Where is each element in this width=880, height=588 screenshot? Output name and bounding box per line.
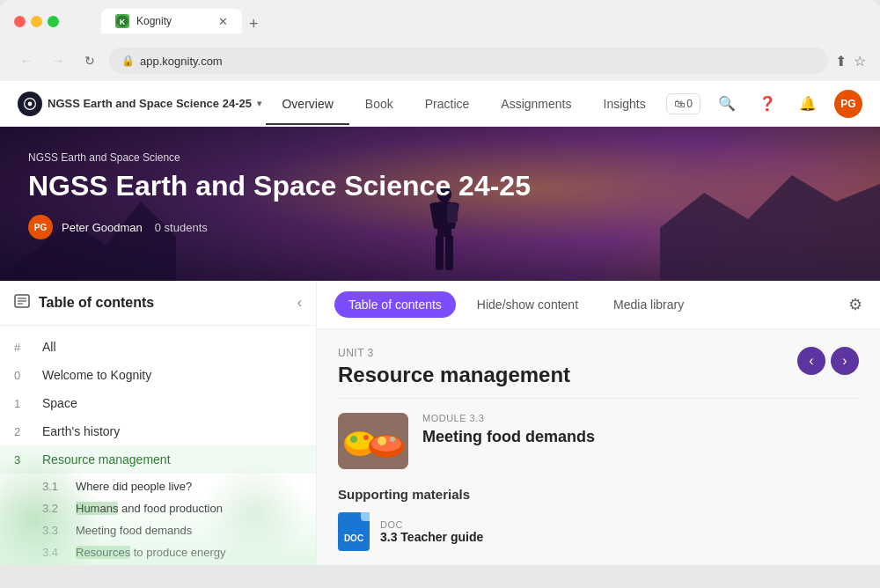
svg-point-23 bbox=[363, 435, 369, 440]
toc-header-left: Table of contents bbox=[14, 293, 154, 312]
module-card: MODULE 3.3 Meeting food demands bbox=[338, 413, 859, 469]
user-avatar[interactable]: PG bbox=[834, 90, 862, 118]
close-window-button[interactable] bbox=[14, 16, 26, 27]
hero-author: PG Peter Goodman 0 students bbox=[28, 215, 852, 239]
toc-collapse-button[interactable]: ‹ bbox=[297, 295, 302, 311]
url-text: app.kognity.com bbox=[140, 55, 223, 68]
cart-count: 0 bbox=[686, 98, 693, 110]
hero-students: 0 students bbox=[155, 221, 208, 234]
toc-sub-item-3-3[interactable]: 3.3 Meeting food demands bbox=[0, 519, 316, 541]
back-button[interactable]: ← bbox=[14, 48, 39, 73]
content-area: Table of contents Hide/show content Medi… bbox=[317, 281, 880, 565]
nav-assignments[interactable]: Assignments bbox=[485, 83, 587, 125]
unit-next-button[interactable]: › bbox=[831, 347, 859, 375]
svg-text:K: K bbox=[120, 18, 126, 26]
toc-items-list: # All 0 Welcome to Kognity 1 Space 2 Ear… bbox=[0, 326, 316, 565]
nav-practice[interactable]: Practice bbox=[409, 83, 486, 125]
module-section: MODULE 3.3 Meeting food demands bbox=[317, 399, 880, 483]
hero-content: NGSS Earth and Space Science NGSS Earth … bbox=[0, 127, 880, 257]
course-dropdown-icon: ▾ bbox=[257, 99, 261, 108]
browser-titlebar: K Kognity ✕ + bbox=[0, 0, 880, 42]
toc-item-all[interactable]: # All bbox=[0, 333, 316, 361]
module-info: MODULE 3.3 Meeting food demands bbox=[422, 413, 859, 447]
toc-item-2[interactable]: 2 Earth's history bbox=[0, 417, 316, 445]
tab-close-button[interactable]: ✕ bbox=[218, 15, 228, 28]
unit-header: UNIT 3 Resource management ‹ › bbox=[338, 347, 859, 387]
content-tabs: Table of contents Hide/show content Medi… bbox=[317, 281, 880, 329]
module-label: MODULE 3.3 bbox=[422, 413, 859, 423]
doc-file-type: DOC bbox=[380, 519, 483, 530]
reload-button[interactable]: ↻ bbox=[77, 48, 102, 73]
settings-button[interactable]: ⚙ bbox=[848, 295, 862, 314]
course-selector[interactable]: NGSS Earth and Space Science 24-25 ▾ bbox=[18, 92, 261, 116]
svg-point-24 bbox=[378, 437, 386, 445]
toc-sub-item-3-1[interactable]: 3.1 Where did people live? bbox=[0, 475, 316, 497]
share-button[interactable]: ⬆ bbox=[835, 53, 847, 70]
doc-item[interactable]: DOC DOC 3.3 Teacher guide bbox=[338, 512, 859, 551]
help-button[interactable]: ❓ bbox=[753, 90, 781, 118]
unit-label: UNIT 3 bbox=[338, 347, 570, 359]
main-nav: Overview Book Practice Assignments Insig… bbox=[266, 83, 661, 125]
forward-button[interactable]: → bbox=[46, 48, 70, 73]
app-navbar: NGSS Earth and Space Science 24-25 ▾ Ove… bbox=[0, 81, 880, 127]
hero-banner: NGSS Earth and Space Science NGSS Earth … bbox=[0, 127, 880, 281]
course-icon bbox=[18, 92, 42, 116]
nav-actions: 🛍 0 🔍 ❓ 🔔 PG bbox=[666, 90, 862, 118]
toc-item-3[interactable]: 3 Resource management bbox=[0, 445, 316, 474]
toc-title: Table of contents bbox=[39, 295, 154, 311]
module-title: Meeting food demands bbox=[422, 427, 859, 447]
lock-icon: 🔒 bbox=[121, 55, 135, 67]
tab-hide-show-content[interactable]: Hide/show content bbox=[463, 291, 592, 318]
doc-name: 3.3 Teacher guide bbox=[380, 530, 483, 544]
cart-button[interactable]: 🛍 0 bbox=[666, 93, 700, 114]
nav-insights[interactable]: Insights bbox=[588, 83, 662, 125]
unit-nav: ‹ › bbox=[797, 347, 859, 375]
main-content: Table of contents ‹ # All 0 Welcome to K… bbox=[0, 281, 880, 565]
module-thumb-svg bbox=[338, 413, 408, 469]
hero-author-avatar: PG bbox=[28, 215, 53, 239]
minimize-window-button[interactable] bbox=[31, 16, 42, 27]
nav-book[interactable]: Book bbox=[349, 83, 409, 125]
window-controls bbox=[14, 16, 59, 27]
tab-table-of-contents[interactable]: Table of contents bbox=[334, 291, 456, 318]
toc-item-0[interactable]: 0 Welcome to Kognity bbox=[0, 361, 316, 389]
hero-subtitle: NGSS Earth and Space Science bbox=[28, 151, 852, 164]
svg-point-3 bbox=[28, 101, 33, 106]
hero-title: NGSS Earth and Space Science 24-25 bbox=[28, 169, 852, 202]
toc-sidebar: Table of contents ‹ # All 0 Welcome to K… bbox=[0, 281, 317, 565]
toc-sub-item-3-2[interactable]: 3.2 Humans and food production bbox=[0, 497, 316, 519]
bookmark-button[interactable]: ☆ bbox=[854, 53, 866, 70]
unit-title: Resource management bbox=[338, 363, 570, 387]
hero-author-name: Peter Goodman bbox=[62, 221, 143, 234]
maximize-window-button[interactable] bbox=[48, 16, 59, 27]
toc-icon bbox=[14, 293, 30, 312]
search-button[interactable]: 🔍 bbox=[713, 90, 741, 118]
tab-media-library[interactable]: Media library bbox=[599, 291, 698, 318]
cart-icon: 🛍 bbox=[674, 98, 685, 110]
browser-tab[interactable]: K Kognity ✕ bbox=[101, 9, 242, 33]
svg-point-25 bbox=[390, 437, 395, 442]
svg-point-21 bbox=[371, 436, 401, 452]
toc-header: Table of contents ‹ bbox=[0, 281, 316, 326]
doc-type-label: DOC bbox=[344, 533, 363, 543]
toc-sub-item-3-4[interactable]: 3.4 Resources to produce energy bbox=[0, 541, 316, 563]
address-bar[interactable]: 🔒 app.kognity.com bbox=[109, 48, 828, 74]
tab-label: Kognity bbox=[136, 15, 172, 27]
course-name: NGSS Earth and Space Science 24-25 bbox=[48, 97, 252, 110]
toc-item-1[interactable]: 1 Space bbox=[0, 389, 316, 417]
new-tab-button[interactable]: + bbox=[249, 15, 259, 33]
module-thumbnail bbox=[338, 413, 408, 469]
unit-prev-button[interactable]: ‹ bbox=[797, 347, 825, 375]
nav-overview[interactable]: Overview bbox=[266, 83, 348, 125]
supporting-section: Supporting materials DOC DOC 3.3 Teacher… bbox=[317, 483, 880, 565]
browser-chrome: K Kognity ✕ + ← → ↻ 🔒 app.kognity.com ⬆ … bbox=[0, 0, 880, 81]
app-window: NGSS Earth and Space Science 24-25 ▾ Ove… bbox=[0, 81, 880, 565]
notifications-button[interactable]: 🔔 bbox=[794, 90, 822, 118]
unit-section: UNIT 3 Resource management ‹ › bbox=[317, 329, 880, 398]
tab-favicon: K bbox=[115, 14, 129, 28]
toc-sub-items: 3.1 Where did people live? 3.2 Humans an… bbox=[0, 474, 316, 565]
doc-info: DOC 3.3 Teacher guide bbox=[380, 519, 483, 544]
browser-addressbar: ← → ↻ 🔒 app.kognity.com ⬆ ☆ bbox=[0, 42, 880, 81]
doc-icon: DOC bbox=[338, 512, 370, 551]
unit-info: UNIT 3 Resource management bbox=[338, 347, 570, 387]
